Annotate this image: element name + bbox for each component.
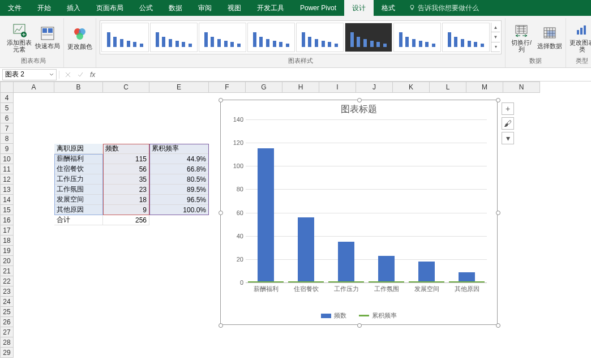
add-chart-element-button[interactable]: 添加图表元素 [7, 19, 32, 55]
cell-B16[interactable]: 合计 [54, 215, 103, 225]
tab-开发工具[interactable]: 开发工具 [249, 0, 292, 16]
tell-me-box[interactable]: 告诉我你想要做什么 [403, 0, 485, 16]
name-box[interactable]: 图表 2 [2, 69, 57, 80]
cell-B10[interactable]: 薪酬福利 [54, 154, 103, 164]
rowhead-4[interactable]: 4 [0, 93, 14, 103]
chart-handle[interactable] [357, 323, 362, 328]
legend-item-bar[interactable]: 频数 [321, 311, 346, 320]
tab-Power Pivot[interactable]: Power Pivot [292, 0, 344, 16]
switch-row-column-button[interactable]: 切换行/列 [509, 19, 534, 55]
rowhead-14[interactable]: 14 [0, 195, 14, 205]
legend-item-line[interactable]: 累积频率 [359, 311, 397, 320]
cell-C14[interactable]: 18 [103, 195, 149, 205]
select-all-triangle[interactable] [0, 82, 14, 93]
rowhead-19[interactable]: 19 [0, 246, 14, 256]
cell-E13[interactable]: 89.5% [149, 185, 209, 195]
bar-1[interactable] [298, 217, 315, 282]
rowhead-24[interactable]: 24 [0, 297, 14, 307]
chart-handle[interactable] [219, 211, 223, 215]
style-gallery[interactable]: ▲▼▾ [100, 20, 502, 54]
style-thumb-8[interactable] [442, 23, 490, 52]
style-thumb-2[interactable] [150, 23, 198, 52]
rowhead-6[interactable]: 6 [0, 113, 14, 123]
colhead-C[interactable]: C [103, 82, 149, 93]
cell-B15[interactable]: 其他原因 [54, 205, 103, 215]
tab-数据[interactable]: 数据 [161, 0, 190, 16]
rowhead-10[interactable]: 10 [0, 154, 14, 164]
chart-side-button-0[interactable]: + [502, 102, 514, 115]
colhead-J[interactable]: J [356, 82, 393, 93]
rowhead-15[interactable]: 15 [0, 205, 14, 215]
chart-handle[interactable] [496, 98, 500, 102]
cell-C10[interactable]: 115 [103, 154, 149, 164]
cancel-icon[interactable] [65, 72, 71, 78]
rowhead-20[interactable]: 20 [0, 256, 14, 266]
tab-审阅[interactable]: 审阅 [190, 0, 220, 16]
chart-handle[interactable] [219, 323, 223, 328]
rowhead-12[interactable]: 12 [0, 174, 14, 185]
tab-插入[interactable]: 插入 [59, 0, 88, 16]
colhead-A[interactable]: A [14, 82, 54, 93]
rowhead-23[interactable]: 23 [0, 286, 14, 297]
cell-E11[interactable]: 66.8% [149, 164, 209, 174]
colhead-F[interactable]: F [209, 82, 246, 93]
colhead-E[interactable]: E [149, 82, 209, 93]
colhead-M[interactable]: M [466, 82, 503, 93]
tab-页面布局[interactable]: 页面布局 [88, 0, 131, 16]
tab-视图[interactable]: 视图 [220, 0, 249, 16]
style-thumb-1[interactable] [101, 23, 149, 52]
chart-handle[interactable] [496, 211, 500, 215]
cell-C12[interactable]: 35 [103, 174, 149, 185]
style-thumb-5[interactable] [296, 23, 344, 52]
style-thumb-4[interactable] [247, 23, 295, 52]
colhead-N[interactable]: N [503, 82, 540, 93]
chart-title[interactable]: 图表标题 [221, 100, 497, 119]
tab-格式[interactable]: 格式 [374, 0, 403, 16]
rowhead-5[interactable]: 5 [0, 103, 14, 113]
cell-C16[interactable]: 256 [103, 215, 149, 225]
rowhead-21[interactable]: 21 [0, 266, 14, 276]
cell-E14[interactable]: 96.5% [149, 195, 209, 205]
cell-C11[interactable]: 56 [103, 164, 149, 174]
style-thumb-6[interactable] [345, 23, 392, 52]
cell-B12[interactable]: 工作压力 [54, 174, 103, 185]
cell-E9[interactable]: 累积频率 [149, 144, 209, 154]
cell-B14[interactable]: 发展空间 [54, 195, 103, 205]
cell-C13[interactable]: 23 [103, 185, 149, 195]
cell-C15[interactable]: 9 [103, 205, 149, 215]
cell-C9[interactable]: 频数 [103, 144, 149, 154]
colhead-B[interactable]: B [54, 82, 103, 93]
gallery-more-button[interactable]: ▲▼▾ [491, 23, 500, 52]
tab-文件[interactable]: 文件 [0, 0, 29, 16]
rowhead-13[interactable]: 13 [0, 185, 14, 195]
enter-icon[interactable] [78, 72, 83, 78]
cell-E15[interactable]: 100.0% [149, 205, 209, 215]
colhead-L[interactable]: L [430, 82, 466, 93]
rowhead-9[interactable]: 9 [0, 144, 14, 154]
tab-开始[interactable]: 开始 [29, 0, 59, 16]
rowhead-16[interactable]: 16 [0, 215, 14, 225]
chart-handle[interactable] [357, 98, 362, 102]
rowhead-7[interactable]: 7 [0, 123, 14, 134]
rowhead-8[interactable]: 8 [0, 134, 14, 144]
change-chart-type-button[interactable]: 更改图表类 [569, 19, 591, 55]
chart-side-button-2[interactable]: ▾ [502, 132, 514, 144]
rowhead-26[interactable]: 26 [0, 317, 14, 327]
fx-icon[interactable]: fx [90, 71, 95, 79]
tab-设计[interactable]: 设计 [344, 0, 374, 16]
bar-3[interactable] [378, 256, 395, 282]
colhead-I[interactable]: I [319, 82, 356, 93]
bar-2[interactable] [338, 242, 355, 282]
colhead-K[interactable]: K [393, 82, 430, 93]
chart-side-button-1[interactable]: 🖌 [502, 117, 514, 130]
style-thumb-7[interactable] [393, 23, 441, 52]
bar-0[interactable] [258, 148, 275, 282]
chart-handle[interactable] [219, 98, 223, 102]
style-thumb-3[interactable] [199, 23, 246, 52]
grid-area[interactable]: ABCEFGHIJKLMN 45678910111213141516171819… [0, 82, 591, 364]
select-data-button[interactable]: 选择数据 [537, 19, 562, 55]
cell-E10[interactable]: 44.9% [149, 154, 209, 164]
rowhead-25[interactable]: 25 [0, 307, 14, 317]
change-colors-button[interactable]: 更改颜色 [67, 19, 92, 57]
cell-B13[interactable]: 工作氛围 [54, 185, 103, 195]
